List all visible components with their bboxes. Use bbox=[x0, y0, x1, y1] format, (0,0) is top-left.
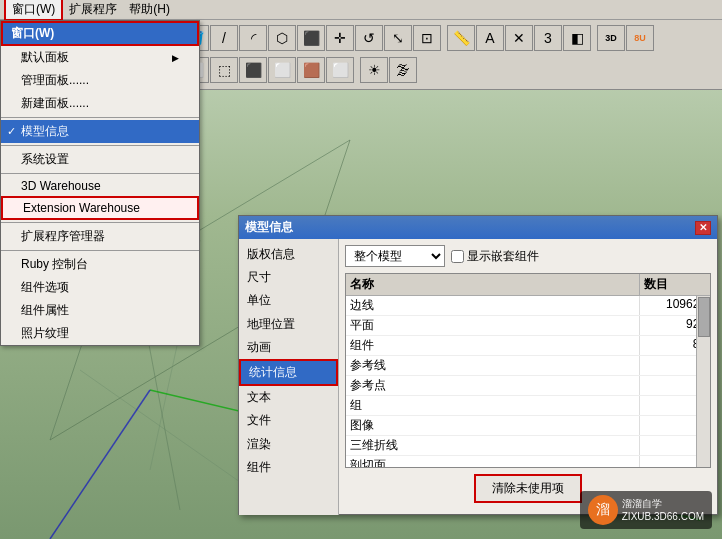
sidebar-dimensions[interactable]: 尺寸 bbox=[239, 266, 338, 289]
dropdown-header: 窗口(W) bbox=[1, 21, 199, 46]
dialog-titlebar: 模型信息 ✕ bbox=[239, 216, 717, 239]
toolbar-btn-3dtext[interactable]: 3 bbox=[534, 25, 562, 51]
toolbar-btn-axes[interactable]: ✕ bbox=[505, 25, 533, 51]
separator-4 bbox=[1, 222, 199, 223]
menubar: 窗口(W) 扩展程序 帮助(H) bbox=[0, 0, 722, 20]
menu-item-extension-manager[interactable]: 扩展程序管理器 bbox=[1, 225, 199, 248]
separator-3 bbox=[1, 173, 199, 174]
toolbar-btn-fog[interactable]: 🌫 bbox=[389, 57, 417, 83]
show-nested-label: 显示嵌套组件 bbox=[451, 248, 539, 265]
toolbar-btn-measure[interactable]: 📏 bbox=[447, 25, 475, 51]
dialog-title: 模型信息 bbox=[245, 219, 293, 236]
dialog-sidebar: 版权信息 尺寸 单位 地理位置 动画 统计信息 文本 文件 渲染 组件 bbox=[239, 239, 339, 515]
statistics-table: 名称 数目 边线109620 平面922 组件83 参考线0 参考点0 组0 图… bbox=[345, 273, 711, 468]
toolbar-btn-offset[interactable]: ⊡ bbox=[413, 25, 441, 51]
menu-item-new-panel[interactable]: 新建面板...... bbox=[1, 92, 199, 115]
sidebar-copyright[interactable]: 版权信息 bbox=[239, 243, 338, 266]
sidebar-statistics[interactable]: 统计信息 bbox=[239, 359, 338, 386]
table-row: 边线109620 bbox=[346, 296, 710, 316]
toolbar-btn-arc[interactable]: ◜ bbox=[239, 25, 267, 51]
menu-item-extension-warehouse[interactable]: Extension Warehouse bbox=[1, 196, 199, 220]
sidebar-file[interactable]: 文件 bbox=[239, 409, 338, 432]
dialog-close-button[interactable]: ✕ bbox=[695, 221, 711, 235]
sidebar-geolocation[interactable]: 地理位置 bbox=[239, 313, 338, 336]
toolbar-btn-hidden[interactable]: ⬛ bbox=[239, 57, 267, 83]
toolbar-btn-shadows[interactable]: ☀ bbox=[360, 57, 388, 83]
window-menu-item[interactable]: 窗口(W) bbox=[4, 0, 63, 21]
menu-item-system-settings[interactable]: 系统设置 bbox=[1, 148, 199, 171]
table-row: 图像0 bbox=[346, 416, 710, 436]
watermark-text: 溜溜自学 ZIXUB.3D66.COM bbox=[622, 497, 704, 523]
toolbar-btn-wireframe[interactable]: ⬚ bbox=[210, 57, 238, 83]
sidebar-components[interactable]: 组件 bbox=[239, 456, 338, 479]
separator-5 bbox=[1, 250, 199, 251]
svg-line-8 bbox=[50, 390, 150, 539]
dialog-content: 版权信息 尺寸 单位 地理位置 动画 统计信息 文本 文件 渲染 组件 整个模型… bbox=[239, 239, 717, 515]
toolbar-btn-mono[interactable]: ⬜ bbox=[326, 57, 354, 83]
help-menu-item[interactable]: 帮助(H) bbox=[123, 0, 176, 19]
toolbar-btn-shape[interactable]: ⬡ bbox=[268, 25, 296, 51]
dialog-main: 整个模型 当前选择 显示嵌套组件 名称 数目 边线109620 平面922 组件… bbox=[339, 239, 717, 515]
menu-item-component-options[interactable]: 组件选项 bbox=[1, 276, 199, 299]
menu-item-ruby-console[interactable]: Ruby 控制台 bbox=[1, 253, 199, 276]
menu-item-manage-panels[interactable]: 管理面板...... bbox=[1, 69, 199, 92]
toolbar-btn-move[interactable]: ✛ bbox=[326, 25, 354, 51]
sidebar-rendering[interactable]: 渲染 bbox=[239, 433, 338, 456]
clear-unused-button[interactable]: 清除未使用项 bbox=[474, 474, 582, 503]
show-nested-checkbox[interactable] bbox=[451, 250, 464, 263]
watermark: 溜 溜溜自学 ZIXUB.3D66.COM bbox=[580, 491, 712, 529]
separator-2 bbox=[1, 145, 199, 146]
toolbar-btn-textured[interactable]: 🟫 bbox=[297, 57, 325, 83]
scrollbar-track[interactable] bbox=[696, 296, 710, 467]
sidebar-units[interactable]: 单位 bbox=[239, 289, 338, 312]
table-row: 组0 bbox=[346, 396, 710, 416]
table-row: 参考线0 bbox=[346, 356, 710, 376]
toolbar-btn-3dw[interactable]: 3D bbox=[597, 25, 625, 51]
toolbar-btn-line[interactable]: / bbox=[210, 25, 238, 51]
menu-item-component-attributes[interactable]: 组件属性 bbox=[1, 299, 199, 322]
menu-item-photo-textures[interactable]: 照片纹理 bbox=[1, 322, 199, 345]
menu-item-default-panels[interactable]: 默认面板 bbox=[1, 46, 199, 69]
model-info-dialog: 模型信息 ✕ 版权信息 尺寸 单位 地理位置 动画 统计信息 文本 文件 渲染 … bbox=[238, 215, 718, 515]
window-dropdown-menu: 窗口(W) 默认面板 管理面板...... 新建面板...... 模型信息 系统… bbox=[0, 20, 200, 346]
sidebar-animation[interactable]: 动画 bbox=[239, 336, 338, 359]
toolbar-btn-section[interactable]: ◧ bbox=[563, 25, 591, 51]
sidebar-text[interactable]: 文本 bbox=[239, 386, 338, 409]
extensions-menu-item[interactable]: 扩展程序 bbox=[63, 0, 123, 19]
col-name-header: 名称 bbox=[346, 274, 640, 295]
toolbar-btn-scale[interactable]: ⤡ bbox=[384, 25, 412, 51]
toolbar-btn-8u[interactable]: 8U bbox=[626, 25, 654, 51]
menu-item-model-info[interactable]: 模型信息 bbox=[1, 120, 199, 143]
model-scope-select[interactable]: 整个模型 当前选择 bbox=[345, 245, 445, 267]
separator-1 bbox=[1, 117, 199, 118]
col-value-header: 数目 bbox=[640, 274, 710, 295]
table-row: 参考点0 bbox=[346, 376, 710, 396]
table-row: 三维折线0 bbox=[346, 436, 710, 456]
table-row: 剖切面0 bbox=[346, 456, 710, 468]
watermark-logo: 溜 溜溜自学 ZIXUB.3D66.COM bbox=[588, 495, 704, 525]
table-row: 组件83 bbox=[346, 336, 710, 356]
toolbar-btn-push[interactable]: ⬛ bbox=[297, 25, 325, 51]
toolbar-btn-shaded[interactable]: ⬜ bbox=[268, 57, 296, 83]
dialog-toolbar: 整个模型 当前选择 显示嵌套组件 bbox=[345, 245, 711, 267]
toolbar-btn-rotate[interactable]: ↺ bbox=[355, 25, 383, 51]
watermark-icon: 溜 bbox=[588, 495, 618, 525]
menu-item-3d-warehouse[interactable]: 3D Warehouse bbox=[1, 176, 199, 196]
table-row: 平面922 bbox=[346, 316, 710, 336]
toolbar-btn-text[interactable]: A bbox=[476, 25, 504, 51]
scrollbar-thumb[interactable] bbox=[698, 297, 710, 337]
